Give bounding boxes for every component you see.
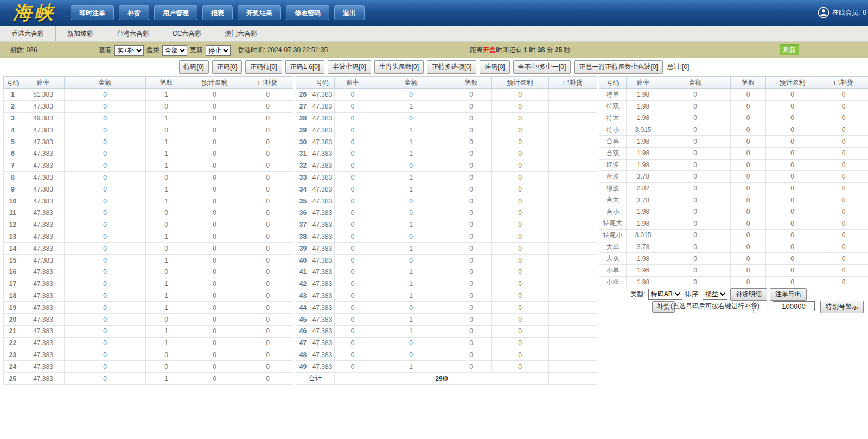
number-cell[interactable]: 5 bbox=[4, 136, 22, 148]
number-cell[interactable]: 22 bbox=[4, 337, 22, 349]
number-cell[interactable]: 16 bbox=[4, 266, 22, 278]
number-cell[interactable]: 24 bbox=[4, 361, 22, 373]
filter-button[interactable]: 连码[0] bbox=[480, 60, 509, 74]
nav-replenish[interactable]: 补货 bbox=[119, 5, 149, 20]
number-cell[interactable]: 19 bbox=[4, 302, 22, 314]
number-cell[interactable]: 49 bbox=[296, 361, 310, 373]
bet-type-cell[interactable]: 合大 bbox=[599, 194, 627, 206]
bet-type-cell[interactable]: 合双 bbox=[599, 147, 627, 159]
number-cell[interactable]: 43 bbox=[296, 290, 310, 302]
number-cell[interactable]: 36 bbox=[296, 207, 310, 219]
number-cell[interactable]: 3 bbox=[4, 112, 22, 124]
bet-type-cell[interactable]: 特尾小 bbox=[599, 230, 627, 241]
view-select[interactable]: 实+补 bbox=[114, 45, 144, 56]
filter-button[interactable]: 正码特[0] bbox=[245, 60, 282, 74]
number-cell[interactable]: 25 bbox=[4, 373, 22, 385]
number-cell[interactable]: 17 bbox=[4, 278, 22, 290]
number-cell[interactable]: 44 bbox=[296, 302, 310, 314]
bet-type-cell[interactable]: 小单 bbox=[599, 264, 627, 276]
order-export-button[interactable]: 注单导出 bbox=[770, 288, 807, 301]
amount-input[interactable] bbox=[773, 301, 815, 311]
number-cell[interactable]: 39 bbox=[296, 243, 310, 255]
number-cell[interactable]: 20 bbox=[4, 314, 22, 326]
bet-type-cell[interactable]: 绿波 bbox=[599, 182, 627, 194]
nav-reports[interactable]: 报表 bbox=[202, 5, 233, 20]
bet-type-cell[interactable]: 红波 bbox=[599, 159, 627, 171]
bet-type-cell[interactable]: 特小 bbox=[599, 124, 627, 136]
number-cell[interactable]: 45 bbox=[296, 314, 310, 326]
refresh-button[interactable]: 刷新 bbox=[780, 44, 799, 55]
tab-cc-lottery[interactable]: CC六合彩 bbox=[161, 26, 213, 41]
number-cell[interactable]: 18 bbox=[4, 290, 22, 302]
nav-user-management[interactable]: 用户管理 bbox=[154, 5, 197, 20]
number-cell[interactable]: 28 bbox=[296, 112, 310, 124]
bet-type-cell[interactable]: 特双 bbox=[599, 100, 627, 112]
tab-taiwan-lottery[interactable]: 台湾六合彩 bbox=[105, 26, 161, 41]
type-select[interactable]: 特码AB bbox=[648, 289, 682, 300]
bet-type-cell[interactable]: 小双 bbox=[599, 276, 627, 288]
number-cell[interactable]: 10 bbox=[4, 195, 22, 207]
nav-instant-orders[interactable]: 即时注单 bbox=[71, 5, 114, 20]
filter-button[interactable]: 特码[0] bbox=[179, 60, 209, 74]
number-cell[interactable]: 13 bbox=[4, 231, 22, 243]
number-cell[interactable]: 23 bbox=[4, 349, 22, 361]
bet-type-cell[interactable]: 合小 bbox=[599, 206, 627, 218]
nav-logout[interactable]: 退出 bbox=[334, 5, 365, 20]
replenish-hint: (点选号码后可按右键进行补货) bbox=[671, 300, 760, 313]
number-cell[interactable]: 32 bbox=[296, 160, 310, 171]
board-select[interactable]: 全部 bbox=[162, 45, 187, 56]
bet-type-cell[interactable]: 蓝波 bbox=[599, 171, 627, 183]
number-cell[interactable]: 33 bbox=[296, 171, 310, 183]
filter-button[interactable]: 生肖头尾数[0] bbox=[374, 60, 424, 74]
filter-button[interactable]: 正码1-6[0] bbox=[285, 60, 325, 74]
bet-type-cell[interactable]: 特大 bbox=[599, 112, 627, 124]
number-cell[interactable]: 34 bbox=[296, 183, 310, 195]
tab-singapore-lottery[interactable]: 新加坡彩 bbox=[56, 26, 105, 41]
number-cell[interactable]: 6 bbox=[4, 148, 22, 160]
sort-select[interactable]: 损益 bbox=[703, 289, 727, 300]
number-cell[interactable]: 27 bbox=[296, 100, 310, 112]
nav-change-password[interactable]: 修改密码 bbox=[286, 5, 329, 20]
replenish-detail-button[interactable]: 补货明细 bbox=[730, 288, 767, 301]
number-cell[interactable]: 15 bbox=[4, 255, 22, 266]
bet-type-cell[interactable]: 合单 bbox=[599, 136, 627, 148]
count-cell: 0 bbox=[731, 182, 766, 194]
number-cell[interactable]: 29 bbox=[296, 124, 310, 136]
tab-macau-lottery[interactable]: 澳门六合彩 bbox=[213, 26, 269, 41]
filter-button[interactable]: 正特多选项[0] bbox=[427, 60, 476, 74]
number-cell[interactable]: 12 bbox=[4, 219, 22, 231]
number-cell[interactable]: 47 bbox=[296, 337, 310, 349]
number-cell[interactable]: 37 bbox=[296, 219, 310, 231]
number-cell[interactable]: 11 bbox=[4, 207, 22, 219]
number-cell[interactable]: 14 bbox=[4, 243, 22, 255]
number-cell[interactable]: 42 bbox=[296, 278, 310, 290]
number-cell[interactable]: 41 bbox=[296, 266, 310, 278]
number-cell[interactable]: 2 bbox=[4, 100, 22, 112]
number-cell[interactable]: 38 bbox=[296, 231, 310, 243]
filter-button[interactable]: 半波七码[0] bbox=[328, 60, 371, 74]
special-alert-button[interactable]: 特别号警示 bbox=[820, 301, 864, 313]
filter-button[interactable]: 正总一肖正特尾数七色波[0] bbox=[574, 60, 662, 74]
tab-hongkong-lottery[interactable]: 香港六合彩 bbox=[0, 26, 56, 41]
number-cell[interactable]: 46 bbox=[296, 325, 310, 337]
number-cell[interactable]: 48 bbox=[296, 349, 310, 361]
filter-button[interactable]: 正码[0] bbox=[212, 60, 242, 74]
bet-type-cell[interactable]: 大单 bbox=[599, 241, 627, 253]
number-cell[interactable]: 30 bbox=[296, 136, 310, 148]
number-cell[interactable]: 31 bbox=[296, 148, 310, 160]
nav-draw-results[interactable]: 开奖结果 bbox=[238, 5, 281, 20]
number-cell[interactable]: 9 bbox=[4, 183, 22, 195]
number-cell[interactable]: 40 bbox=[296, 255, 310, 266]
number-cell[interactable]: 4 bbox=[4, 124, 22, 136]
number-cell[interactable]: 8 bbox=[4, 171, 22, 183]
bet-type-cell[interactable]: 特尾大 bbox=[599, 218, 627, 230]
number-cell[interactable]: 7 bbox=[4, 160, 22, 171]
filter-button[interactable]: 全不中/多中一[0] bbox=[513, 60, 571, 74]
number-cell[interactable]: 21 bbox=[4, 325, 22, 337]
bet-type-cell[interactable]: 特单 bbox=[599, 89, 627, 101]
number-cell[interactable]: 26 bbox=[296, 89, 310, 101]
bet-type-cell[interactable]: 大双 bbox=[599, 253, 627, 265]
number-cell[interactable]: 1 bbox=[4, 89, 22, 101]
update-select[interactable]: 停止 bbox=[206, 45, 231, 56]
number-cell[interactable]: 35 bbox=[296, 195, 310, 207]
